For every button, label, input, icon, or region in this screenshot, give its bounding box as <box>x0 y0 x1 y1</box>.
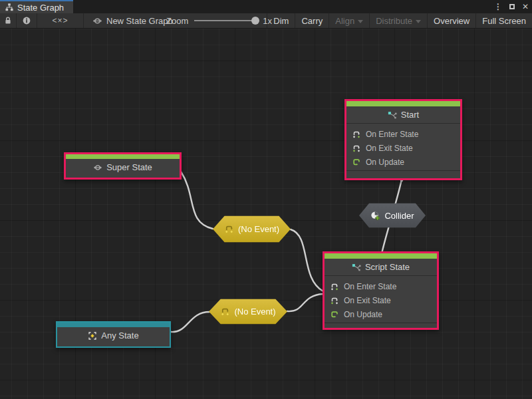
wire-transition1-to-scriptstate[interactable] <box>291 229 323 291</box>
maximize-icon[interactable] <box>509 4 515 9</box>
overview-label: Overview <box>434 16 469 26</box>
state-header-strip <box>325 253 437 259</box>
state-node-start[interactable]: Start On Enter State <box>344 99 462 180</box>
on-exit-state-icon <box>330 296 339 305</box>
info-button[interactable] <box>17 13 37 28</box>
state-callback-list: On Enter State On Exit State <box>346 124 460 170</box>
graph-name-label: New State Graph <box>106 16 173 26</box>
transition-label: (No Event) <box>234 307 275 317</box>
state-title: Start <box>401 110 419 120</box>
state-callback-list: On Enter State On Exit State <box>325 276 437 323</box>
hierarchy-icon <box>5 3 14 12</box>
callback-label: On Exit State <box>344 296 391 305</box>
condition-node-collider[interactable]: Collider <box>359 203 426 228</box>
state-title: Super State <box>106 162 152 172</box>
state-title: Script State <box>365 262 410 272</box>
callback-label: On Enter State <box>366 130 418 139</box>
transition-label: (No Event) <box>238 224 279 234</box>
state-title-bar[interactable]: Script State <box>325 259 437 276</box>
state-node-footer <box>325 323 437 328</box>
wire-anystate-to-transition2[interactable] <box>171 312 209 332</box>
wire-transition2-to-scriptstate[interactable] <box>287 294 323 311</box>
callback-label: On Update <box>366 158 404 167</box>
code-bind-button[interactable]: <×> <box>37 13 84 28</box>
window-menu-icon[interactable]: ⋮ <box>494 2 502 11</box>
align-button[interactable]: Align <box>329 13 369 28</box>
lock-button[interactable] <box>0 13 17 28</box>
state-node-any-state[interactable]: Any State <box>56 321 171 348</box>
chevron-down-icon <box>416 20 421 23</box>
state-header-strip <box>66 154 180 159</box>
zoom-slider-handle[interactable] <box>251 17 259 25</box>
zoom-slider[interactable] <box>194 20 257 21</box>
state-title: Any State <box>101 331 138 340</box>
carry-label: Carry <box>301 16 323 26</box>
state-title-bar[interactable]: Start <box>346 106 460 124</box>
zoom-control: Zoom 1x <box>166 13 272 28</box>
transition-node-1[interactable]: (No Event) <box>213 215 291 243</box>
state-node-super-state[interactable]: Super State <box>64 152 182 180</box>
on-update-icon <box>330 310 339 319</box>
zoom-label: Zoom <box>166 16 188 26</box>
code-bind-glyph: <×> <box>52 16 68 25</box>
callback-row-on-enter[interactable]: On Enter State <box>346 127 460 141</box>
distribute-label: Distribute <box>376 16 412 26</box>
toolbar-right-group: Dim Carry Align Distribute Overview Full… <box>267 13 532 28</box>
state-node-script-state[interactable]: Script State On Enter State <box>323 251 439 330</box>
graph-canvas[interactable]: Collider (No Event) (No Event) <box>0 29 532 399</box>
state-title-bar[interactable]: Any State <box>57 327 170 344</box>
tab-title: State Graph <box>17 3 64 13</box>
graph-toolbar: <×> New State Graph Zoom 1x Dim Carry <box>0 13 532 29</box>
script-graph-icon <box>388 110 397 120</box>
zoom-value: 1x <box>263 16 272 26</box>
tab-state-graph[interactable]: State Graph <box>0 0 73 13</box>
tab-bar: State Graph ⋮ ✕ <box>0 0 532 13</box>
state-title-bar[interactable]: Super State <box>66 159 180 176</box>
condition-label: Collider <box>384 211 414 221</box>
script-graph-icon <box>352 263 361 272</box>
fsm-icon <box>92 16 102 26</box>
carry-button[interactable]: Carry <box>295 13 329 28</box>
transition-node-2[interactable]: (No Event) <box>209 299 287 325</box>
any-state-icon <box>88 331 97 340</box>
on-exit-state-icon <box>352 144 361 153</box>
info-icon <box>22 16 31 25</box>
state-graph-window: State Graph ⋮ ✕ <×> <box>0 0 532 399</box>
callback-label: On Exit State <box>366 144 413 153</box>
collider-icon <box>370 211 380 221</box>
no-event-icon <box>224 224 234 234</box>
dim-label: Dim <box>273 16 289 26</box>
on-enter-state-icon <box>352 130 361 139</box>
callback-row-on-update[interactable]: On Update <box>325 307 437 321</box>
on-enter-state-icon <box>330 282 339 291</box>
state-header-strip <box>346 101 460 106</box>
fullscreen-button[interactable]: Full Screen <box>475 13 532 28</box>
callback-row-on-exit[interactable]: On Exit State <box>325 293 437 307</box>
callback-label: On Enter State <box>344 282 396 291</box>
window-controls: ⋮ ✕ <box>494 0 529 13</box>
on-update-icon <box>352 158 361 167</box>
close-icon[interactable]: ✕ <box>522 2 529 11</box>
wire-superstate-to-transition1[interactable] <box>181 172 213 229</box>
callback-row-on-enter[interactable]: On Enter State <box>325 279 437 293</box>
align-label: Align <box>335 16 354 26</box>
state-node-footer <box>346 170 460 178</box>
overview-button[interactable]: Overview <box>427 13 475 28</box>
lock-icon <box>3 16 13 25</box>
no-event-icon <box>220 307 230 317</box>
callback-row-on-exit[interactable]: On Exit State <box>346 141 460 155</box>
callback-label: On Update <box>344 310 382 319</box>
fullscreen-label: Full Screen <box>482 16 526 26</box>
callback-row-on-update[interactable]: On Update <box>346 155 460 169</box>
fsm-icon <box>93 163 102 172</box>
graph-name-section[interactable]: New State Graph <box>84 13 173 28</box>
chevron-down-icon <box>358 20 363 23</box>
state-header-strip <box>57 323 170 327</box>
distribute-button[interactable]: Distribute <box>369 13 427 28</box>
